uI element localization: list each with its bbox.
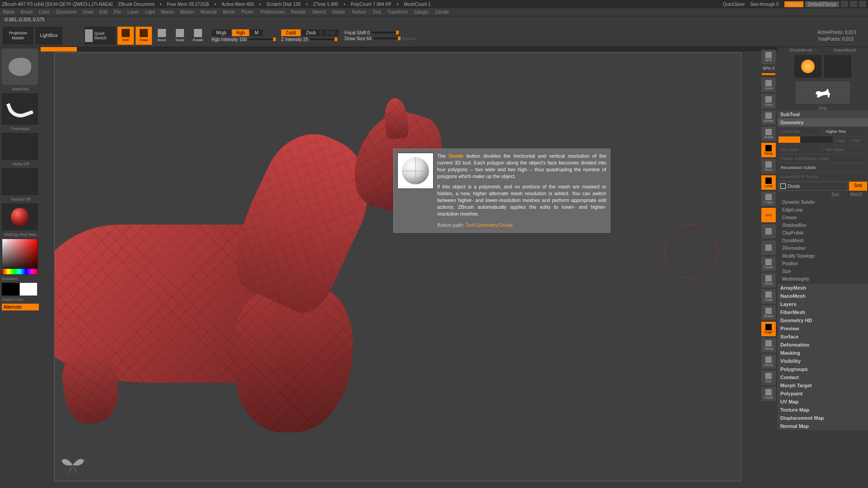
menu-color[interactable]: Color bbox=[39, 9, 50, 14]
move-mode-button[interactable]: Move bbox=[154, 27, 170, 45]
switch-color-button[interactable]: SwitchColor bbox=[2, 297, 39, 302]
reconstruct-subdiv-button[interactable]: Reconstruct Subdiv bbox=[778, 164, 867, 172]
xpose-button[interactable]: Xpose bbox=[761, 387, 776, 401]
nanomesh-header[interactable]: NanoMesh bbox=[778, 292, 868, 300]
zoom-extents-button[interactable] bbox=[761, 240, 776, 255]
bpr-button[interactable]: BPR bbox=[761, 50, 776, 64]
menu-brush[interactable]: Brush bbox=[21, 9, 33, 14]
stroke-selector[interactable] bbox=[2, 93, 38, 125]
dynamic-label[interactable]: Dynamic bbox=[402, 37, 416, 41]
modify-topology-item[interactable]: Modify Topology bbox=[778, 252, 867, 260]
rotate-view-button[interactable]: Rotate bbox=[761, 305, 776, 320]
lightbox-button[interactable]: LightBox bbox=[35, 27, 62, 45]
focal-shift-label[interactable]: Focal Shift 0 bbox=[344, 30, 370, 35]
spix-slider[interactable] bbox=[762, 73, 775, 75]
dynamic-subdiv-item[interactable]: Dynamic Subdiv bbox=[778, 198, 867, 206]
document-viewport[interactable] bbox=[54, 52, 741, 481]
texture-map-header[interactable]: Texture Map bbox=[778, 406, 868, 414]
persp-button[interactable]: Persp bbox=[761, 143, 776, 157]
rgb-intensity-slider[interactable] bbox=[249, 38, 276, 40]
menu-movie[interactable]: Movie bbox=[223, 9, 235, 14]
menu-draw[interactable]: Draw bbox=[83, 9, 93, 14]
masking-header[interactable]: Masking bbox=[778, 349, 868, 357]
menu-tool[interactable]: Tool bbox=[373, 9, 381, 14]
seethrough-slider[interactable]: See-through 0 bbox=[750, 2, 778, 7]
draw-size-label[interactable]: Draw Size 64 bbox=[344, 36, 371, 41]
m-button[interactable]: M bbox=[250, 29, 263, 36]
claypolish-item[interactable]: ClayPolish bbox=[778, 229, 867, 237]
lsym-button[interactable]: L.Sym bbox=[761, 192, 776, 206]
zoom-button[interactable]: Zoom bbox=[761, 94, 776, 108]
subtool-header[interactable]: SubTool bbox=[778, 110, 868, 118]
cage-button[interactable]: Cage bbox=[834, 136, 850, 145]
floor-button[interactable]: Floor bbox=[761, 159, 776, 174]
reuv-button[interactable]: ReUV bbox=[849, 191, 867, 198]
spix-label[interactable]: SPix 3 bbox=[763, 66, 774, 70]
geometry-header[interactable]: Geometry bbox=[778, 118, 868, 127]
projection-master-button[interactable]: Projection Master bbox=[3, 27, 33, 45]
visibility-header[interactable]: Visibility bbox=[778, 357, 868, 365]
rgb-button[interactable]: Rgb bbox=[232, 29, 249, 36]
color-picker[interactable] bbox=[2, 239, 38, 275]
menu-render[interactable]: Render bbox=[291, 9, 306, 14]
surface-header[interactable]: Surface bbox=[778, 333, 868, 341]
polyf-button[interactable]: PolyF bbox=[761, 322, 776, 336]
texture-selector[interactable] bbox=[2, 168, 38, 195]
actual-button[interactable]: Actual bbox=[761, 127, 776, 141]
zcut-button[interactable]: Zcut bbox=[321, 29, 339, 36]
normal-map-header[interactable]: Normal Map bbox=[778, 422, 868, 430]
tool-dog[interactable] bbox=[796, 81, 850, 104]
aahalf-button[interactable]: AAHalf bbox=[761, 110, 776, 125]
rotate-mode-button[interactable]: Rotate bbox=[190, 27, 206, 45]
canvas-scrollbar[interactable] bbox=[41, 47, 778, 52]
scale-view-button[interactable]: Scale bbox=[761, 289, 776, 304]
menu-alpha[interactable]: Alpha bbox=[3, 9, 14, 14]
meshintegrity-item[interactable]: MeshIntegrity bbox=[778, 275, 867, 283]
menu-preferences[interactable]: Preferences bbox=[260, 9, 285, 14]
position-item[interactable]: Position bbox=[778, 260, 867, 267]
size-item[interactable]: Size bbox=[778, 267, 867, 275]
default-zscript-button[interactable]: DefaultZScript bbox=[805, 1, 839, 7]
menu-file[interactable]: File bbox=[114, 9, 121, 14]
higher-res-button[interactable]: Higher Res bbox=[823, 127, 867, 136]
displacement-map-header[interactable]: Displacement Map bbox=[778, 414, 868, 422]
scroll-button[interactable]: Scroll bbox=[761, 78, 776, 92]
contact-header[interactable]: Contact bbox=[778, 373, 868, 381]
center-button[interactable] bbox=[761, 224, 776, 239]
menus-button[interactable]: Menus bbox=[784, 1, 803, 7]
ghost-button[interactable]: Ghost bbox=[761, 354, 776, 369]
close-button[interactable] bbox=[859, 1, 866, 7]
menu-light[interactable]: Light bbox=[145, 9, 155, 14]
material-selector[interactable] bbox=[2, 203, 38, 230]
draw-size-slider[interactable] bbox=[373, 38, 401, 39]
divide-button[interactable]: Divide bbox=[778, 182, 848, 191]
tool-eraser[interactable] bbox=[824, 55, 851, 78]
sdiv-slider[interactable] bbox=[778, 136, 833, 143]
z-intensity-slider[interactable] bbox=[310, 38, 337, 40]
menu-transform[interactable]: Transform bbox=[387, 9, 407, 14]
shadowbox-item[interactable]: ShadowBox bbox=[778, 221, 867, 229]
solo-button[interactable]: Solo bbox=[761, 371, 776, 385]
rstr-button[interactable]: Rstr bbox=[851, 136, 867, 145]
polygroups-header[interactable]: Polygroups bbox=[778, 365, 868, 373]
suv-button[interactable]: Suv bbox=[830, 191, 848, 198]
xyz-button[interactable]: XYZ bbox=[761, 208, 776, 222]
edgeloop-item[interactable]: EdgeLoop bbox=[778, 206, 867, 214]
fibermesh-header[interactable]: FiberMesh bbox=[778, 308, 868, 316]
zremesher-item[interactable]: ZRemesher bbox=[778, 244, 867, 252]
dynamesh-item[interactable]: DynaMesh bbox=[778, 237, 867, 244]
menu-stencil[interactable]: Stencil bbox=[312, 9, 326, 14]
del-lower-button[interactable]: Del Lower bbox=[778, 145, 822, 154]
uv-map-header[interactable]: UV Map bbox=[778, 398, 868, 406]
convert-bpr-button[interactable]: Convert BPR To Geo bbox=[778, 173, 867, 181]
menu-layer[interactable]: Layer bbox=[127, 9, 139, 14]
frame-button[interactable]: Frame bbox=[761, 257, 776, 271]
alternate-button[interactable]: Alternate bbox=[2, 304, 39, 310]
focal-shift-slider[interactable] bbox=[372, 32, 399, 33]
draw-mode-button[interactable]: Draw bbox=[136, 27, 152, 45]
lower-res-button[interactable]: Lower Res bbox=[778, 127, 822, 136]
gradient-label[interactable]: Gradient bbox=[2, 277, 39, 281]
primary-color-swatch[interactable] bbox=[20, 283, 37, 296]
mrgb-button[interactable]: Mrgb bbox=[212, 29, 231, 36]
menu-picker[interactable]: Picker bbox=[241, 9, 254, 14]
